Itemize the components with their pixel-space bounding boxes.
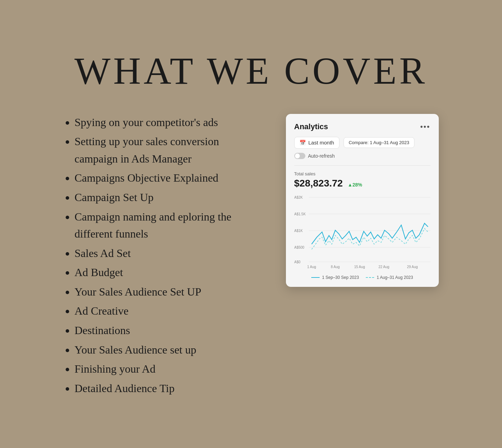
auto-refresh-toggle[interactable] — [294, 153, 305, 159]
page-container: WHAT WE COVER Spying on your competitor'… — [43, 49, 460, 399]
chart-legend: 1 Sep–30 Sep 2023 1 Aug–31 Aug 2023 — [294, 275, 430, 280]
divider — [294, 165, 430, 166]
card-menu-button[interactable]: ••• — [420, 122, 430, 131]
list-item: Setting up your sales conversion campaig… — [75, 133, 265, 167]
svg-text:8 Aug: 8 Aug — [331, 265, 340, 269]
svg-text:29 Aug: 29 Aug — [407, 265, 418, 269]
svg-text:22 Aug: 22 Aug — [378, 265, 389, 269]
chart-area: A$2K A$1.5K A$1K A$500 A$0 — [294, 194, 430, 272]
list-item: Ad Budget — [75, 264, 265, 281]
auto-refresh-row: Auto-refresh — [294, 153, 430, 159]
analytics-chart: A$2K A$1.5K A$1K A$500 A$0 — [294, 194, 430, 270]
card-header: Analytics ••• — [294, 122, 430, 131]
svg-text:A$1.5K: A$1.5K — [294, 212, 306, 216]
total-sales-section: Total sales $28,823.72 ▲28% — [294, 171, 430, 189]
total-sales-label: Total sales — [294, 171, 430, 176]
svg-text:15 Aug: 15 Aug — [354, 265, 365, 269]
list-item: Campaign Set Up — [75, 189, 265, 206]
legend-solid-line — [311, 277, 320, 278]
list-item: Campaigns Objective Explained — [75, 169, 265, 187]
legend-dashed-line — [366, 277, 374, 278]
legend-item-compare: 1 Aug–31 Aug 2023 — [366, 275, 413, 280]
analytics-title: Analytics — [294, 122, 328, 131]
svg-text:A$500: A$500 — [294, 246, 304, 249]
total-sales-row: $28,823.72 ▲28% — [294, 178, 430, 189]
svg-text:A$2K: A$2K — [294, 196, 303, 199]
auto-refresh-label: Auto-refresh — [308, 153, 335, 159]
page-title: WHAT WE COVER — [74, 49, 428, 93]
list-item: Ad Creative — [75, 302, 265, 320]
compare-button[interactable]: Compare: 1 Aug–31 Aug 2023 — [344, 137, 414, 148]
list-item: Destinations — [75, 322, 265, 339]
content-row: Spying on your competitor's ads Setting … — [43, 114, 460, 399]
date-range-button[interactable]: 📅 Last month — [294, 137, 339, 149]
list-item: Sales Ad Set — [75, 245, 265, 262]
list-item: Your Sales Audience Set UP — [75, 283, 265, 301]
calendar-icon: 📅 — [299, 140, 306, 146]
list-item: Spying on your competitor's ads — [75, 114, 265, 131]
legend-item-current: 1 Sep–30 Sep 2023 — [311, 275, 359, 280]
total-sales-value: $28,823.72 — [294, 178, 343, 189]
svg-text:A$0: A$0 — [294, 260, 301, 264]
svg-text:1 Aug: 1 Aug — [307, 265, 316, 269]
sales-badge: ▲28% — [348, 182, 362, 188]
legend-current-label: 1 Sep–30 Sep 2023 — [322, 275, 359, 280]
list-item: Your Sales Audience set up — [75, 341, 265, 359]
svg-text:A$1K: A$1K — [294, 229, 303, 233]
toggle-knob — [295, 154, 300, 158]
list-item: Campaign naming and eploring the differe… — [75, 208, 265, 243]
bullet-list: Spying on your competitor's ads Setting … — [64, 114, 265, 399]
analytics-card: Analytics ••• 📅 Last month Compare: 1 Au… — [286, 114, 439, 287]
date-range-label: Last month — [308, 140, 334, 146]
list-item: Detailed Audience Tip — [75, 380, 265, 397]
list-item: Finishing your Ad — [75, 360, 265, 378]
card-controls: 📅 Last month Compare: 1 Aug–31 Aug 2023 — [294, 137, 430, 149]
legend-compare-label: 1 Aug–31 Aug 2023 — [377, 275, 413, 280]
